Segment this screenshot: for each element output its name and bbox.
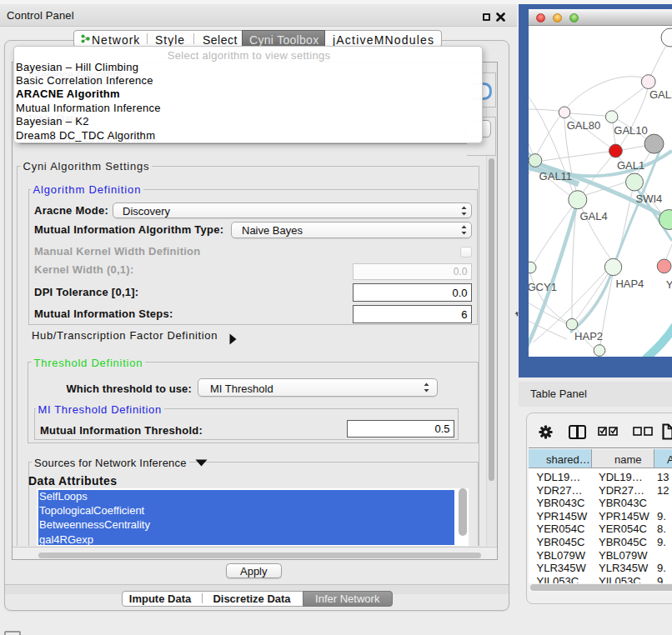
svg-text:HAP2: HAP2 xyxy=(574,330,603,342)
svg-text:GAL4: GAL4 xyxy=(579,210,607,222)
svg-text:HAP4: HAP4 xyxy=(615,278,644,290)
svg-text:GAL10: GAL10 xyxy=(614,124,647,137)
svg-text:SWI4: SWI4 xyxy=(636,192,663,205)
svg-text:GAL80: GAL80 xyxy=(567,119,600,132)
svg-text:GAL2: GAL2 xyxy=(649,88,672,101)
svg-text:GAL11: GAL11 xyxy=(539,170,573,182)
svg-text:GAL1: GAL1 xyxy=(617,159,644,172)
svg-text:GCY1: GCY1 xyxy=(529,281,557,293)
svg-text:YJ: YJ xyxy=(666,278,672,291)
